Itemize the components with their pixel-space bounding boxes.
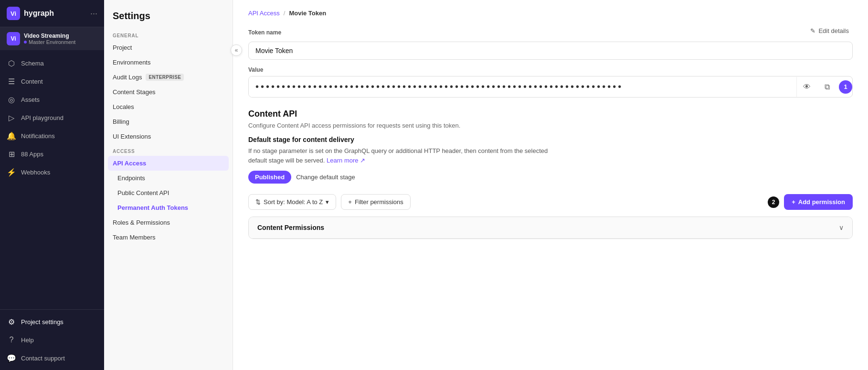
settings-item-project[interactable]: Project — [104, 40, 233, 55]
project-settings-icon: ⚙ — [7, 317, 16, 326]
logo-icon: Vi — [7, 7, 20, 20]
permissions-card: Content Permissions ∨ — [248, 217, 853, 239]
breadcrumb-current: Movie Token — [289, 10, 326, 17]
sidebar-item-label: Webhooks — [21, 169, 50, 176]
settings-item-public-content-api[interactable]: Public Content API — [104, 185, 233, 200]
sidebar-bottom: ⚙ Project settings ? Help 💬 Contact supp… — [0, 309, 104, 370]
webhooks-icon: ⚡ — [7, 167, 16, 177]
edit-details-button[interactable]: ✎ Edit details — [806, 25, 853, 36]
settings-item-roles-permissions[interactable]: Roles & Permissions — [104, 215, 233, 230]
stage-pills: Published Change default stage — [248, 171, 853, 184]
token-name-label: Token name — [248, 29, 281, 36]
toolbar-right: 2 + Add permission — [768, 194, 853, 210]
value-input[interactable] — [249, 76, 796, 97]
collapse-button[interactable]: « — [231, 44, 242, 56]
content-api-heading: Content API — [248, 109, 853, 119]
logo-text: hygraph — [24, 9, 54, 18]
logo-dots-icon[interactable]: ··· — [90, 9, 97, 19]
learn-more-link[interactable]: Learn more ↗ — [327, 157, 365, 164]
sidebar-item-contact-support[interactable]: 💬 Contact support — [0, 349, 104, 367]
sidebar-item-notifications[interactable]: 🔔 Notifications — [0, 127, 104, 145]
settings-title: Settings — [104, 0, 233, 28]
value-row: 👁 ⧉ 1 — [248, 76, 853, 98]
project-info: Video Streaming Master Environment — [24, 33, 75, 45]
sort-chevron-icon: ▾ — [326, 198, 329, 206]
eye-icon: 👁 — [803, 83, 811, 91]
copy-button[interactable]: ⧉ — [817, 77, 837, 97]
sidebar-item-label: Contact support — [21, 355, 65, 362]
settings-item-api-access[interactable]: API Access — [108, 156, 229, 171]
default-stage-description: If no stage parameter is set on the Grap… — [248, 146, 853, 165]
settings-item-permanent-auth-tokens[interactable]: Permanent Auth Tokens — [104, 200, 233, 215]
avatar: Vi — [7, 32, 20, 45]
sidebar-item-apps[interactable]: ⊞ 88 Apps — [0, 145, 104, 163]
token-name-input[interactable] — [248, 42, 853, 60]
value-actions: 👁 ⧉ — [796, 77, 837, 97]
sidebar-item-label: Schema — [21, 60, 44, 67]
filter-button[interactable]: + Filter permissions — [341, 194, 410, 210]
sidebar-item-label: Help — [21, 337, 34, 344]
copy-icon: ⧉ — [825, 83, 830, 91]
schema-icon: ⬡ — [7, 58, 16, 68]
collapse-icon: « — [235, 47, 238, 54]
help-icon: ? — [7, 335, 16, 345]
add-permission-button[interactable]: + Add permission — [784, 194, 853, 210]
notifications-icon: 🔔 — [7, 131, 16, 141]
sidebar-item-label: Notifications — [21, 132, 55, 140]
main-content: API Access / Movie Token Token name ✎ Ed… — [233, 0, 868, 370]
sidebar-item-label: Project settings — [21, 318, 64, 326]
sidebar-item-api-playground[interactable]: ▷ API playground — [0, 109, 104, 127]
sidebar: Vi hygraph ··· Vi Video Streaming Master… — [0, 0, 104, 370]
access-section-label: ACCESS — [104, 144, 233, 156]
settings-item-environments[interactable]: Environments — [104, 55, 233, 70]
breadcrumb-separator: / — [284, 10, 286, 17]
settings-item-billing[interactable]: Billing — [104, 114, 233, 129]
project-env: Master Environment — [24, 39, 75, 45]
settings-item-locales[interactable]: Locales — [104, 99, 233, 114]
filter-plus-icon: + — [348, 198, 352, 206]
published-pill[interactable]: Published — [248, 171, 291, 184]
sidebar-item-assets[interactable]: ◎ Assets — [0, 90, 104, 109]
env-dot-icon — [24, 41, 27, 44]
sidebar-item-label: Content — [21, 78, 43, 85]
add-icon: + — [792, 198, 795, 206]
change-default-stage-button[interactable]: Change default stage — [296, 174, 355, 181]
sidebar-logo-area: Vi hygraph ··· — [0, 0, 104, 27]
sidebar-item-webhooks[interactable]: ⚡ Webhooks — [0, 163, 104, 181]
sort-button[interactable]: ⇅ Sort by: Model: A to Z ▾ — [248, 194, 336, 210]
toolbar-left: ⇅ Sort by: Model: A to Z ▾ + Filter perm… — [248, 194, 411, 210]
sidebar-item-label: Assets — [21, 96, 40, 103]
sidebar-item-content[interactable]: ☰ Content — [0, 72, 104, 90]
sidebar-item-schema[interactable]: ⬡ Schema — [0, 54, 104, 72]
badge-2: 2 — [768, 196, 779, 208]
settings-item-ui-extensions[interactable]: UI Extensions — [104, 129, 233, 144]
permissions-card-header[interactable]: Content Permissions ∨ — [249, 217, 852, 239]
default-stage-heading: Default stage for content delivery — [248, 136, 853, 143]
api-playground-icon: ▷ — [7, 113, 16, 122]
general-section-label: GENERAL — [104, 28, 233, 40]
toggle-visibility-button[interactable]: 👁 — [797, 77, 817, 97]
permissions-card-title: Content Permissions — [257, 224, 324, 231]
sidebar-item-project-settings[interactable]: ⚙ Project settings — [0, 313, 104, 331]
toolbar-row: ⇅ Sort by: Model: A to Z ▾ + Filter perm… — [248, 194, 853, 210]
assets-icon: ◎ — [7, 95, 16, 104]
content-area: Token name ✎ Edit details Value 👁 ⧉ 1 Co… — [233, 22, 868, 254]
nav-section: ⬡ Schema ☰ Content ◎ Assets ▷ API playgr… — [0, 50, 104, 309]
token-name-header-row: Token name ✎ Edit details — [248, 22, 853, 39]
settings-item-team-members[interactable]: Team Members — [104, 230, 233, 245]
project-badge[interactable]: Vi Video Streaming Master Environment — [0, 27, 104, 50]
settings-item-endpoints[interactable]: Endpoints — [104, 171, 233, 185]
breadcrumb-parent[interactable]: API Access — [248, 10, 280, 17]
sort-icon: ⇅ — [255, 198, 261, 206]
sidebar-item-help[interactable]: ? Help — [0, 331, 104, 349]
settings-item-audit-logs[interactable]: Audit Logs ENTERPRISE — [104, 70, 233, 85]
sidebar-item-label: API playground — [21, 114, 64, 121]
contact-support-icon: 💬 — [7, 353, 16, 363]
settings-item-content-stages[interactable]: Content Stages — [104, 85, 233, 99]
content-icon: ☰ — [7, 76, 16, 86]
apps-icon: ⊞ — [7, 149, 16, 159]
chevron-down-icon: ∨ — [839, 224, 844, 231]
badge-1: 1 — [839, 80, 852, 94]
value-label: Value — [248, 66, 853, 73]
edit-icon: ✎ — [810, 27, 815, 34]
